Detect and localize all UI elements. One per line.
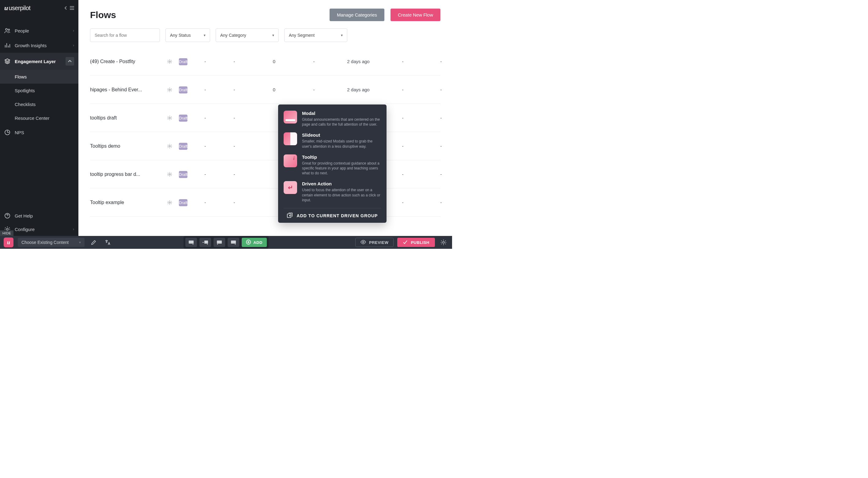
cell: - bbox=[196, 172, 214, 177]
popover-option-driven-action[interactable]: Driven Action Used to focus the attentio… bbox=[284, 181, 381, 203]
search-input[interactable] bbox=[90, 29, 160, 42]
driven-chip[interactable] bbox=[227, 238, 239, 247]
flow-name: tooltips draft bbox=[90, 115, 160, 121]
sidebar-item-nps[interactable]: NPS bbox=[0, 125, 79, 140]
collapse-icon[interactable] bbox=[64, 6, 68, 10]
header-actions: Manage Categories Create New Flow bbox=[330, 8, 440, 21]
sidebar-item-help[interactable]: Get Help bbox=[0, 209, 79, 222]
nav-label: Configure bbox=[15, 227, 35, 232]
chevron-up-icon[interactable] bbox=[66, 57, 74, 66]
nav-label: NPS bbox=[15, 130, 24, 135]
table-row[interactable]: hipages - Behind Ever... Draft - - 0 - 2… bbox=[90, 76, 440, 104]
nav-label: Growth Insights bbox=[15, 43, 46, 48]
cell: - bbox=[383, 200, 423, 205]
cell: - bbox=[214, 59, 254, 64]
cell: - bbox=[214, 143, 254, 149]
modal-chip[interactable] bbox=[185, 238, 197, 247]
create-flow-button[interactable]: Create New Flow bbox=[391, 8, 440, 21]
cell: - bbox=[383, 115, 423, 120]
side-nav: People › Growth Insights › Engagement La… bbox=[0, 16, 79, 209]
menu-icon[interactable] bbox=[70, 6, 74, 10]
content-type-switcher: ADD bbox=[183, 236, 269, 249]
chevron-down-icon: ▾ bbox=[79, 240, 81, 244]
row-gear-icon[interactable] bbox=[160, 87, 179, 92]
chevron-right-icon: › bbox=[73, 29, 74, 33]
svg-point-8 bbox=[169, 145, 170, 147]
cell: - bbox=[196, 115, 214, 120]
sidebar-item-checklists[interactable]: Checklists bbox=[0, 97, 79, 111]
nav-label: Flows bbox=[15, 74, 27, 79]
table-row[interactable]: tooltip progress bar d... Draft - - - la… bbox=[90, 160, 440, 188]
cell: - bbox=[423, 200, 452, 205]
row-gear-icon[interactable] bbox=[160, 116, 179, 120]
status-badge: Draft bbox=[179, 115, 187, 122]
popover-desc: Great for providing contextual guidance … bbox=[302, 161, 381, 176]
svg-point-10 bbox=[169, 202, 170, 203]
tooltip-chip[interactable] bbox=[214, 238, 225, 247]
select-value: Any Segment bbox=[289, 33, 315, 38]
table-row[interactable]: Tooltips demo Draft - - - last week - - bbox=[90, 132, 440, 160]
nav-label: Resource Center bbox=[15, 116, 49, 121]
manage-categories-button[interactable]: Manage Categories bbox=[330, 8, 384, 21]
segment-select[interactable]: Any Segment ▾ bbox=[284, 29, 347, 42]
popover-option-modal[interactable]: Modal Global announcements that are cent… bbox=[284, 111, 381, 127]
chevron-down-icon: ▾ bbox=[272, 33, 274, 37]
row-gear-icon[interactable] bbox=[160, 200, 179, 205]
table-row[interactable]: (49) Create - Postfity Draft - - 0 - 2 d… bbox=[90, 48, 440, 76]
filters: Any Status ▾ Any Category ▾ Any Segment … bbox=[90, 29, 440, 42]
table-row[interactable]: Tooltip example Draft - - - last week - … bbox=[90, 188, 440, 217]
add-to-group-icon bbox=[287, 213, 292, 219]
add-button[interactable]: ADD bbox=[242, 238, 267, 247]
edit-icon[interactable] bbox=[89, 237, 99, 247]
sidebar-item-flows[interactable]: Flows bbox=[0, 70, 79, 84]
logo-mark-icon: u bbox=[4, 4, 8, 12]
sidebar-item-people[interactable]: People › bbox=[0, 23, 79, 38]
chevron-down-icon: ▾ bbox=[341, 33, 343, 37]
layers-icon bbox=[4, 58, 10, 64]
category-select[interactable]: Any Category ▾ bbox=[216, 29, 279, 42]
row-gear-icon[interactable] bbox=[160, 172, 179, 177]
driven-icon bbox=[284, 181, 297, 194]
nav-label: Engagement Layer bbox=[15, 59, 56, 64]
svg-rect-13 bbox=[204, 241, 208, 244]
row-gear-icon[interactable] bbox=[160, 59, 179, 64]
settings-icon[interactable] bbox=[439, 237, 448, 247]
publish-button[interactable]: PUBLISH bbox=[397, 238, 435, 247]
sidebar-item-engagement[interactable]: Engagement Layer bbox=[0, 53, 79, 70]
flow-name: Tooltip example bbox=[90, 200, 160, 205]
svg-point-7 bbox=[169, 117, 170, 119]
chart-icon bbox=[4, 42, 10, 49]
sidebar-item-spotlights[interactable]: Spotlights bbox=[0, 84, 79, 97]
sub-nav-engagement: Flows Spotlights Checklists Resource Cen… bbox=[0, 70, 79, 125]
slideout-chip[interactable] bbox=[199, 238, 211, 247]
popover-desc: Global announcements that are centered o… bbox=[302, 117, 381, 127]
sidebar-item-resource-center[interactable]: Resource Center bbox=[0, 111, 79, 125]
modal-icon bbox=[284, 111, 297, 123]
select-value: Choose Existing Content bbox=[22, 240, 69, 245]
row-gear-icon[interactable] bbox=[160, 144, 179, 149]
table-row[interactable]: tooltips draft Draft - - - last week - - bbox=[90, 104, 440, 132]
translate-icon[interactable] bbox=[103, 237, 113, 247]
status-badge: Draft bbox=[179, 58, 187, 65]
flows-table: (49) Create - Postfity Draft - - 0 - 2 d… bbox=[90, 48, 440, 217]
cell: - bbox=[423, 172, 452, 177]
cell: - bbox=[214, 87, 254, 92]
existing-content-select[interactable]: Choose Existing Content ▾ bbox=[18, 238, 85, 247]
svg-point-18 bbox=[442, 241, 444, 243]
preview-button[interactable]: PREVIEW bbox=[355, 238, 394, 247]
status-select[interactable]: Any Status ▾ bbox=[165, 29, 210, 42]
brand-badge-icon[interactable]: u bbox=[4, 237, 13, 247]
logo[interactable]: u userpilot bbox=[4, 4, 30, 12]
popover-option-slideout[interactable]: Slideout Smaller, mid-sized Modals used … bbox=[284, 132, 381, 149]
cell: - bbox=[423, 143, 452, 149]
popover-option-tooltip[interactable]: Tooltip Great for providing contextual g… bbox=[284, 154, 381, 176]
sidebar: u userpilot People › Growth Insights › E… bbox=[0, 0, 79, 236]
cell: - bbox=[196, 143, 214, 149]
chevron-down-icon: ▾ bbox=[204, 33, 206, 37]
sidebar-item-growth[interactable]: Growth Insights › bbox=[0, 38, 79, 53]
bottom-bar-right: PREVIEW PUBLISH bbox=[355, 237, 448, 247]
cell: - bbox=[383, 87, 423, 92]
svg-rect-12 bbox=[189, 241, 193, 244]
add-to-group-button[interactable]: ADD TO CURRENT DRIVEN GROUP bbox=[284, 208, 381, 219]
help-icon bbox=[4, 213, 10, 219]
